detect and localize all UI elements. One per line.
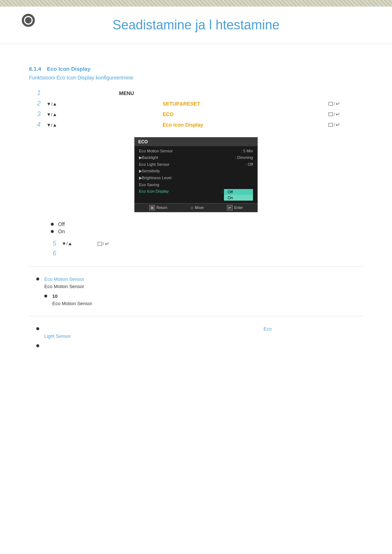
eco-menu-body: Eco Motion Sensor : 5 Min ▶Backlight : D…: [135, 146, 257, 203]
info-bullet-4: [36, 342, 363, 347]
dropdown-option-on: On: [224, 195, 253, 201]
eco-row-backlight: ▶Backlight : Dimming: [135, 154, 257, 161]
option-on-label: On: [58, 229, 65, 234]
eco-row-brightness: ▶Brightness Level: [135, 175, 257, 181]
section-title: Eco Icon Display: [47, 66, 90, 72]
step-row-1: 1 MENU: [29, 88, 363, 98]
info3-sub: Light Sensor: [44, 333, 71, 339]
info1-highlight: Eco Motion Sensor: [44, 276, 84, 282]
option-off: Off: [51, 221, 363, 227]
option-on: On: [51, 229, 363, 234]
step-num-1: 1: [29, 88, 44, 98]
eco-row-light-sensor: Eco Light Sensor : Off: [135, 161, 257, 168]
dropdown-option-off: Off: [224, 189, 253, 195]
eco-menu: ECO Eco Motion Sensor : 5 Min ▶Backlight…: [134, 137, 258, 212]
step2-arrow: ▼/▲: [46, 101, 57, 107]
info2-sub: Eco Motion Sensor: [52, 301, 92, 306]
info1-sub: Eco Motion Sensor: [44, 284, 84, 289]
page-header: Seadistamine ja l htestamine: [0, 7, 392, 44]
info-section-2: Eco Light Sensor: [29, 325, 363, 347]
step1-label: MENU: [116, 88, 160, 98]
divider-1: [29, 266, 363, 267]
eco-row-saving: Eco Saving: [135, 181, 257, 188]
step-row-4: 4 ▼/▲ Eco Icon Display /↵: [29, 119, 363, 130]
eco-icon-display-label: Eco Icon Display: [139, 189, 220, 201]
footer-move: ◇ Move: [191, 205, 204, 210]
step2-result: SETUP&RESET: [160, 98, 260, 109]
divider-2: [29, 316, 363, 316]
footer-return: ⊞ Return: [149, 205, 167, 210]
eco-row-icon-display: Eco Icon Display : Off On: [135, 188, 257, 202]
step-row-2: 2 ▼/▲ SETUP&RESET /↵: [29, 98, 363, 109]
info-section-1: Eco Motion Sensor Eco Motion Sensor 10 E…: [29, 276, 363, 307]
subsection-label: Funktsiooni Eco Icon Display konfigureer…: [29, 75, 363, 81]
eco-menu-footer: ⊞ Return ◇ Move ↵ Enter: [135, 203, 257, 212]
info3-eco-highlight: Eco: [264, 325, 271, 333]
info-bullet-3: Eco Light Sensor: [36, 325, 363, 340]
step3-arrow: ▼/▲: [46, 112, 57, 117]
step-num-6: 6: [44, 250, 56, 257]
steps-table: 1 MENU 2 ▼/▲ SETUP&RESET: [29, 88, 363, 130]
eco-menu-container: ECO Eco Motion Sensor : 5 Min ▶Backlight…: [29, 137, 363, 212]
top-stripe: [0, 0, 392, 7]
page-title: Seadistamine ja l htestamine: [22, 14, 370, 33]
chapter-icon: [22, 14, 35, 27]
step4-result: Eco Icon Display: [160, 119, 260, 130]
eco-icon-display-dropdown: Off On: [224, 189, 253, 201]
info-bullet-2: 10 Eco Motion Sensor: [44, 293, 363, 307]
step-row-5: 5 ▼/▲ /↵: [29, 240, 363, 247]
step3-icon: /↵: [328, 111, 340, 117]
step-row-3: 3 ▼/▲ ECO /↵: [29, 109, 363, 119]
step-num-5: 5: [44, 240, 56, 247]
info3-text: Eco: [44, 325, 271, 333]
step4-icon: /↵: [328, 122, 340, 128]
info-bullet-1: Eco Motion Sensor Eco Motion Sensor: [36, 276, 363, 290]
info2-bold: 10: [52, 294, 57, 299]
main-content: 6.1.4 Eco Icon Display Funktsiooni Eco I…: [0, 44, 392, 554]
step5-arrow: ▼/▲: [62, 241, 72, 246]
section-number: 6.1.4: [29, 66, 41, 72]
step3-result: ECO: [160, 109, 260, 119]
step-row-6: 6: [29, 250, 363, 257]
eco-row-sensitivity: ▶Sensitivity: [135, 168, 257, 175]
eco-row-motion-sensor: Eco Motion Sensor : 5 Min: [135, 148, 257, 154]
step5-icon: /↵: [98, 241, 109, 247]
footer-enter: ↵ Enter: [227, 205, 243, 210]
options-list: Off On: [51, 221, 363, 234]
step4-arrow: ▼/▲: [46, 122, 57, 128]
eco-menu-title: ECO: [135, 138, 257, 146]
option-off-label: Off: [58, 221, 65, 227]
step2-icon: /↵: [328, 101, 340, 107]
